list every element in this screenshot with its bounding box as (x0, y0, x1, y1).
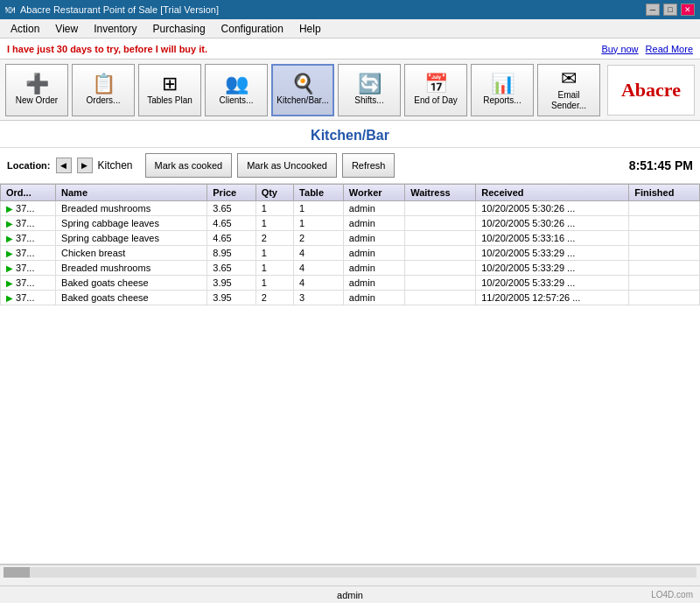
cell-qty: 1 (256, 276, 293, 291)
menu-inventory[interactable]: Inventory (87, 21, 144, 37)
cell-name: Breaded mushrooms (56, 261, 207, 276)
cell-qty: 1 (256, 246, 293, 261)
kitchen-icon: 🍳 (291, 74, 315, 94)
cell-ord: ▶ 37... (1, 246, 56, 261)
cell-worker: admin (343, 231, 404, 246)
minimize-button[interactable]: ─ (646, 4, 660, 16)
cell-ord: ▶ 37... (1, 231, 56, 246)
table-row[interactable]: ▶ 37... Breaded mushrooms 3.65 1 4 admin… (1, 261, 700, 276)
cell-price: 3.65 (207, 201, 256, 216)
table-header-row: Ord... Name Price Qty Table Worker Waitr… (1, 185, 700, 201)
refresh-button[interactable]: Refresh (342, 153, 396, 178)
end-of-day-button[interactable]: 📅 End of Day (404, 64, 467, 116)
trial-message: I have just 30 days to try, before I wil… (7, 44, 207, 54)
clients-button[interactable]: 👥 Clients... (205, 64, 268, 116)
cell-name: Spring cabbage leaves (56, 216, 207, 231)
status-user: admin (337, 590, 363, 600)
cell-ord: ▶ 37... (1, 291, 56, 305)
logo: Abacre (607, 65, 695, 116)
col-qty: Qty (256, 185, 293, 201)
table-row[interactable]: ▶ 37... Spring cabbage leaves 4.65 2 2 a… (1, 231, 700, 246)
new-order-button[interactable]: ➕ New Order (5, 64, 68, 116)
cell-table: 4 (294, 261, 344, 276)
scrollbar[interactable] (0, 564, 700, 578)
cell-received: 10/20/2005 5:33:29 ... (476, 276, 629, 291)
shifts-button[interactable]: 🔄 Shifts... (338, 64, 401, 116)
reports-button[interactable]: 📊 Reports... (471, 64, 534, 116)
menu-action[interactable]: Action (4, 21, 46, 37)
mark-as-uncooked-button[interactable]: Mark as Uncooked (237, 153, 337, 178)
col-name: Name (56, 185, 207, 201)
orders-button[interactable]: 📋 Orders... (72, 64, 135, 116)
cell-qty: 1 (256, 261, 293, 276)
clients-icon: 👥 (225, 74, 248, 94)
cell-worker: admin (343, 261, 404, 276)
cell-finished (629, 246, 700, 261)
cell-waitress (405, 261, 476, 276)
menu-configuration[interactable]: Configuration (214, 21, 290, 37)
cell-received: 10/20/2005 5:33:29 ... (476, 261, 629, 276)
tables-plan-button[interactable]: ⊞ Tables Plan (138, 64, 201, 116)
cell-finished (629, 201, 700, 216)
menu-help[interactable]: Help (292, 21, 328, 37)
cell-finished (629, 276, 700, 291)
kitchen-bar-button[interactable]: 🍳 Kitchen/Bar... (271, 64, 334, 116)
cell-finished (629, 231, 700, 246)
cell-price: 3.65 (207, 261, 256, 276)
table-row[interactable]: ▶ 37... Baked goats cheese 3.95 2 3 admi… (1, 291, 700, 305)
menu-view[interactable]: View (48, 21, 85, 37)
cell-worker: admin (343, 216, 404, 231)
status-bar: admin LO4D.com (0, 585, 700, 603)
cell-name: Baked goats cheese (56, 291, 207, 305)
cell-name: Spring cabbage leaves (56, 231, 207, 246)
cell-price: 3.95 (207, 291, 256, 305)
cell-table: 2 (294, 231, 344, 246)
email-sender-button[interactable]: ✉ Email Sender... (537, 64, 600, 116)
cell-name: Breaded mushrooms (56, 201, 207, 216)
cell-waitress (405, 246, 476, 261)
cell-received: 10/20/2005 5:30:26 ... (476, 216, 629, 231)
cell-worker: admin (343, 246, 404, 261)
time-display: 8:51:45 PM (629, 158, 693, 172)
location-prev-button[interactable]: ◀ (56, 158, 72, 173)
cell-received: 10/20/2005 5:33:16 ... (476, 231, 629, 246)
orders-table: Ord... Name Price Qty Table Worker Waitr… (0, 184, 700, 305)
cell-received: 10/20/2005 5:30:26 ... (476, 201, 629, 216)
mark-as-cooked-button[interactable]: Mark as cooked (145, 153, 233, 178)
cell-table: 1 (294, 201, 344, 216)
cell-table: 4 (294, 246, 344, 261)
close-button[interactable]: ✕ (681, 4, 695, 16)
cell-name: Chicken breast (56, 246, 207, 261)
window-title: Abacre Restaurant Point of Sale [Trial V… (20, 4, 219, 15)
orders-table-container[interactable]: Ord... Name Price Qty Table Worker Waitr… (0, 184, 700, 564)
cell-received: 10/20/2005 5:33:29 ... (476, 246, 629, 261)
cell-qty: 1 (256, 216, 293, 231)
location-bar: Location: ◀ ▶ Kitchen Mark as cooked Mar… (0, 148, 700, 184)
cell-worker: admin (343, 276, 404, 291)
status-logo: LO4D.com (651, 590, 693, 599)
table-row[interactable]: ▶ 37... Breaded mushrooms 3.65 1 1 admin… (1, 201, 700, 216)
app-icon: 🍽 (5, 4, 15, 15)
table-row[interactable]: ▶ 37... Baked goats cheese 3.95 1 4 admi… (1, 276, 700, 291)
cell-ord: ▶ 37... (1, 261, 56, 276)
cell-finished (629, 291, 700, 305)
cell-name: Baked goats cheese (56, 276, 207, 291)
location-next-button[interactable]: ▶ (77, 158, 93, 173)
read-more-link[interactable]: Read More (646, 44, 693, 54)
buy-now-link[interactable]: Buy now (601, 44, 638, 54)
menu-purchasing[interactable]: Purchasing (146, 21, 213, 37)
table-row[interactable]: ▶ 37... Chicken breast 8.95 1 4 admin 10… (1, 246, 700, 261)
cell-worker: admin (343, 201, 404, 216)
col-waitress: Waitress (405, 185, 476, 201)
trial-bar: I have just 30 days to try, before I wil… (0, 39, 700, 60)
page-title-bar: Kitchen/Bar (0, 121, 700, 148)
cell-waitress (405, 291, 476, 305)
page-title: Kitchen/Bar (311, 128, 389, 143)
maximize-button[interactable]: □ (663, 4, 677, 16)
table-row[interactable]: ▶ 37... Spring cabbage leaves 4.65 1 1 a… (1, 216, 700, 231)
cell-table: 3 (294, 291, 344, 305)
col-ord: Ord... (1, 185, 56, 201)
cell-received: 11/20/2005 12:57:26 ... (476, 291, 629, 305)
cell-price: 8.95 (207, 246, 256, 261)
cell-qty: 1 (256, 201, 293, 216)
